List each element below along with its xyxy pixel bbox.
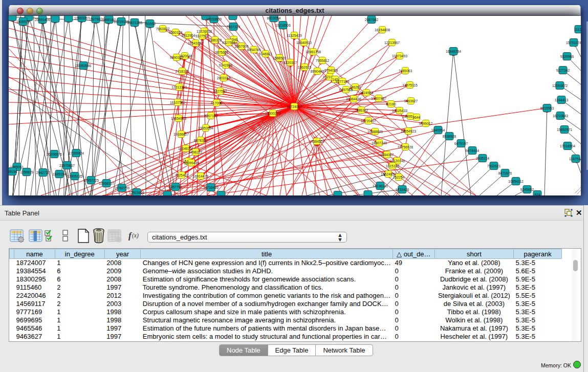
svg-text:7357224: 7357224: [227, 25, 241, 29]
svg-text:8498222: 8498222: [189, 150, 203, 154]
svg-text:9327505: 9327505: [222, 41, 236, 45]
svg-text:2718176: 2718176: [176, 70, 189, 73]
svg-text:1588520: 1588520: [273, 56, 287, 60]
svg-text:23975867: 23975867: [59, 164, 75, 167]
svg-text:19218506: 19218506: [275, 24, 291, 27]
svg-text:3624554: 3624554: [360, 91, 374, 95]
svg-text:16543382: 16543382: [188, 41, 203, 45]
svg-text:1244413: 1244413: [555, 98, 569, 102]
svg-text:17016504: 17016504: [560, 144, 575, 148]
svg-text:7986322: 7986322: [355, 108, 368, 112]
svg-text:15720407: 15720407: [361, 119, 376, 123]
svg-text:16033809: 16033809: [206, 17, 222, 21]
svg-text:9777169: 9777169: [336, 80, 350, 83]
svg-text:8912954: 8912954: [182, 34, 195, 37]
svg-text:17957225: 17957225: [83, 179, 99, 182]
svg-text:9884067: 9884067: [380, 153, 394, 157]
svg-text:13353594: 13353594: [198, 126, 213, 130]
svg-text:12213967: 12213967: [384, 41, 400, 45]
svg-text:10120746: 10120746: [389, 159, 405, 163]
svg-text:12975115: 12975115: [402, 83, 418, 87]
svg-text:7932621: 7932621: [487, 164, 501, 168]
svg-text:11325419: 11325419: [287, 34, 302, 37]
svg-text:1615132: 1615132: [386, 164, 400, 168]
svg-text:10807487: 10807487: [371, 97, 386, 100]
svg-text:9463627: 9463627: [404, 99, 418, 103]
svg-text:7955812: 7955812: [316, 59, 330, 62]
svg-text:16154808: 16154808: [375, 28, 390, 32]
svg-text:10025433: 10025433: [392, 109, 407, 113]
svg-text:9474444: 9474444: [466, 149, 480, 152]
svg-text:8186328: 8186328: [208, 38, 222, 42]
svg-text:9329966: 9329966: [560, 55, 574, 58]
svg-text:6794028: 6794028: [324, 69, 338, 72]
svg-text:19384554: 19384554: [309, 140, 324, 143]
svg-text:8267150: 8267150: [204, 114, 218, 118]
svg-text:9227342: 9227342: [556, 69, 570, 72]
svg-text:8813054: 8813054: [267, 16, 281, 20]
svg-text:12213363: 12213363: [171, 85, 187, 89]
svg-text:16210643: 16210643: [553, 114, 568, 118]
svg-text:7625402: 7625402: [175, 173, 189, 177]
svg-text:17359924: 17359924: [69, 151, 84, 155]
svg-text:12905135: 12905135: [67, 174, 82, 178]
svg-text:20364436: 20364436: [346, 97, 361, 101]
svg-text:16914479: 16914479: [193, 174, 208, 178]
svg-text:1845194: 1845194: [53, 172, 67, 176]
svg-text:9245652: 9245652: [520, 188, 534, 191]
svg-text:26206576: 26206576: [47, 152, 62, 156]
svg-text:16107552: 16107552: [170, 101, 185, 104]
svg-text:7663822: 7663822: [156, 27, 170, 31]
svg-text:751552: 751552: [144, 22, 156, 26]
svg-text:9327500: 9327500: [195, 34, 209, 38]
svg-text:16099489: 16099489: [184, 161, 199, 165]
svg-text:15692971: 15692971: [557, 128, 572, 132]
svg-text:14136141: 14136141: [373, 184, 388, 188]
svg-text:19166827: 19166827: [173, 133, 189, 136]
svg-text:(x): (x): [132, 232, 139, 239]
svg-text:20691406: 20691406: [35, 18, 50, 21]
svg-text:8878332: 8878332: [194, 139, 208, 142]
svg-text:924: 924: [534, 193, 540, 196]
svg-text:1527602: 1527602: [89, 17, 103, 21]
svg-text:16648784: 16648784: [446, 50, 461, 53]
svg-text:8215953: 8215953: [540, 106, 554, 110]
svg-text:1362615: 1362615: [298, 65, 312, 69]
svg-text:6497568: 6497568: [339, 88, 353, 92]
svg-text:62160: 62160: [386, 102, 396, 106]
svg-text:19654923: 19654923: [401, 129, 416, 133]
svg-text:15716485: 15716485: [203, 186, 219, 189]
svg-text:10958107: 10958107: [99, 182, 114, 185]
svg-text:8454749: 8454749: [247, 48, 261, 52]
svg-text:9660124: 9660124: [169, 31, 183, 34]
svg-text:19654925: 19654925: [171, 117, 186, 120]
svg-text:9890312: 9890312: [170, 56, 184, 59]
svg-text:1156829: 1156829: [20, 170, 33, 174]
svg-text:18724007: 18724007: [287, 105, 302, 108]
svg-text:2942737: 2942737: [36, 171, 50, 174]
svg-text:8644: 8644: [412, 116, 420, 119]
svg-text:8990448: 8990448: [311, 70, 324, 73]
svg-text:10688609: 10688609: [367, 130, 383, 134]
svg-text:19756928: 19756928: [398, 145, 413, 149]
svg-text:39154: 39154: [9, 170, 17, 173]
svg-text:8427552: 8427552: [213, 90, 227, 93]
svg-text:18640910: 18640910: [296, 41, 312, 45]
svg-text:1640954: 1640954: [431, 128, 445, 132]
svg-text:18807249: 18807249: [372, 141, 387, 145]
svg-text:9457791: 9457791: [169, 185, 183, 189]
svg-text:16046756: 16046756: [178, 147, 193, 150]
svg-text:8220317: 8220317: [284, 61, 297, 64]
svg-text:1405572: 1405572: [16, 20, 30, 24]
svg-text:6479197: 6479197: [454, 142, 468, 145]
svg-text:12093872: 12093872: [552, 84, 568, 87]
svg-text:9146821: 9146821: [259, 52, 273, 56]
svg-text:15751074: 15751074: [566, 41, 581, 45]
svg-text:10653267: 10653267: [74, 16, 90, 20]
svg-text:8471676: 8471676: [498, 171, 512, 175]
svg-text:10654112: 10654112: [508, 180, 524, 183]
svg-text:12923466: 12923466: [129, 191, 144, 194]
svg-text:16961758: 16961758: [306, 50, 321, 54]
svg-text:16782759: 16782759: [114, 186, 129, 190]
svg-text:2087682: 2087682: [365, 18, 379, 21]
